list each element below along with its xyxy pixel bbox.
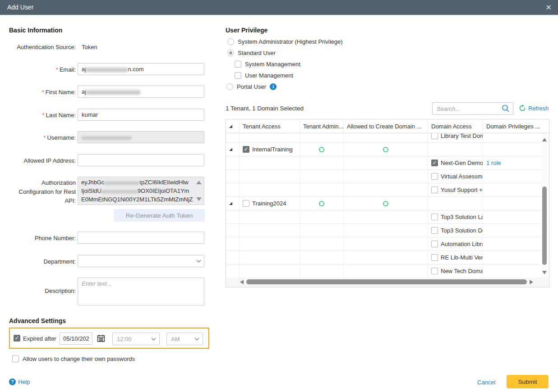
search-box [432,102,513,115]
table-row: Training2024 [226,197,549,210]
allowed-ip-field[interactable] [78,154,204,166]
redacted-text [86,67,128,73]
table-row: Automation Library [226,237,549,251]
vertical-scrollbar-thumb[interactable] [542,187,547,265]
token-line: IjoiSldU9OX0IEIjoiOTA1Ym [81,187,194,195]
allow-password-change-label: Allow users to change their own password… [23,356,135,362]
token-line: E0MmEtNGQ1Ni00Y2M1LTk5ZmMtZmNjZ [81,195,194,204]
info-icon[interactable]: i [270,83,277,90]
chevron-down-icon [152,336,156,340]
allow-password-change-checkbox[interactable] [12,356,19,362]
domain-checkbox[interactable] [431,227,438,234]
chevron-down-icon [195,336,199,340]
allowed-create-toggle-icon[interactable] [383,201,388,206]
cancel-button[interactable]: Cancel [477,379,495,386]
domain-checkbox[interactable] [431,173,438,180]
domain-checkbox[interactable] [431,268,438,274]
first-name-label: *First Name: [0,89,76,96]
tenant-admin-toggle-icon[interactable] [319,147,324,152]
description-label: Description: [0,287,76,294]
dialog-title: Add User [7,0,33,15]
expired-after-label: Expired after [23,335,56,342]
column-header-tenant-access[interactable]: Tenant Access [240,119,300,133]
dialog-titlebar: Add User ✕ [0,0,558,15]
scroll-left-icon[interactable] [240,280,244,284]
calendar-icon[interactable] [97,334,105,342]
refresh-link[interactable]: Refresh [519,105,549,112]
search-icon[interactable] [501,104,510,113]
token-line: eyJhbGctpZCI6IklEIiwidHlw [81,178,194,187]
auth-token-field[interactable]: eyJhbGctpZCI6IklEIiwidHlw IjoiSldU9OX0IE… [78,177,204,205]
scroll-right-icon[interactable] [530,280,533,284]
phone-field[interactable] [78,232,204,244]
scroll-up-icon[interactable] [196,181,202,184]
department-select[interactable] [78,255,204,267]
column-header-allowed-create[interactable]: Allowed to Create Domain ... [344,119,428,133]
column-header-domain-privileges[interactable]: Domain Privileges ... [483,119,549,133]
radio-standard-user[interactable]: Standard User [227,50,276,56]
header-divider [0,15,558,16]
help-link[interactable]: ? Help [9,378,30,385]
first-name-field[interactable]: aj [78,86,204,98]
chevron-down-icon [197,258,201,263]
close-icon[interactable]: ✕ [546,0,552,15]
horizontal-scrollbar-thumb[interactable] [246,279,527,284]
tenant-checkbox[interactable] [243,200,249,207]
domain-checkbox[interactable] [431,187,438,193]
collapse-icon[interactable] [229,125,232,128]
username-field [78,131,204,143]
expired-after-checkbox[interactable] [14,335,20,342]
column-header-domain-access[interactable]: Domain Access [428,119,483,133]
domain-checkbox[interactable] [431,160,438,166]
scroll-down-icon[interactable] [542,271,547,274]
auth-source-value: Token [82,44,97,50]
scroll-up-icon[interactable] [542,138,547,141]
table-header-row: Tenant Access Tenant Admin... Allowed to… [226,119,549,133]
regenerate-auth-token-button[interactable]: Re-Generate Auth Token [114,209,205,222]
redacted-text [82,135,131,141]
radio-system-administrator[interactable]: System Administrator (Highest Privilege) [227,38,343,45]
role-link[interactable]: 1 role [486,160,501,166]
checkbox-user-management[interactable]: User Management [235,72,293,79]
radio-icon[interactable] [226,83,233,90]
basic-information-title: Basic Information [9,27,62,34]
last-name-field[interactable] [78,109,204,121]
expiration-date-field[interactable] [60,333,92,345]
tenant-checkbox[interactable] [243,146,249,153]
advanced-settings-title: Advanced Settings [9,317,66,324]
radio-icon[interactable] [227,38,234,45]
tenant-admin-toggle-icon[interactable] [319,201,324,206]
horizontal-scrollbar[interactable] [226,278,549,287]
collapse-icon[interactable] [229,202,232,205]
allowed-create-toggle-icon[interactable] [383,147,388,152]
column-header-tenant-admin[interactable]: Tenant Admin... [300,119,344,133]
redacted-text [101,188,138,194]
description-field[interactable] [78,278,204,305]
domain-checkbox[interactable] [431,133,438,139]
table-row: Virtual Assessment [226,170,549,183]
collapse-icon[interactable] [229,148,232,151]
collapse-all-cell[interactable] [226,119,240,133]
email-field[interactable]: ajn.com [78,63,204,75]
auth-config-label: Authorization Configuration for Rest API… [0,178,76,205]
checkbox-system-management[interactable]: System Management [235,61,300,68]
department-label: Department: [0,258,76,265]
domain-checkbox[interactable] [431,241,438,247]
vertical-scrollbar[interactable] [541,134,549,278]
help-icon: ? [9,378,16,385]
checkbox-icon[interactable] [235,61,241,68]
auth-source-label: Authentication Source: [0,44,76,50]
radio-portal-user[interactable]: Portal User i [226,83,277,90]
table-body: Library Test Domai InternalTraining Next… [226,133,549,278]
table-row: Top3 Solution Lab [226,210,549,224]
search-input[interactable] [433,105,501,112]
domain-checkbox[interactable] [431,214,438,220]
expiration-time-select[interactable]: 12:00 [112,333,160,345]
domain-checkbox[interactable] [431,254,438,261]
checkbox-icon[interactable] [235,72,241,79]
radio-icon[interactable] [227,50,234,56]
submit-button[interactable]: Submit [507,375,549,388]
phone-label: Phone Number: [0,235,76,242]
scroll-down-icon[interactable] [196,197,202,201]
expiration-meridiem-select[interactable]: AM [166,333,203,345]
